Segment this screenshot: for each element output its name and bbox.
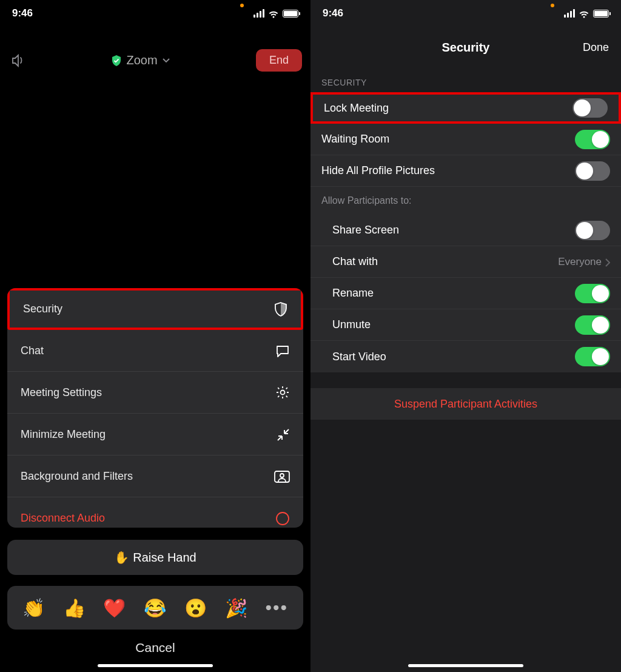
nav-title: Security bbox=[442, 41, 490, 55]
status-icons bbox=[253, 8, 298, 19]
suspend-label: Suspend Participant Activities bbox=[394, 398, 537, 411]
cell-lock-meeting[interactable]: Lock Meeting bbox=[310, 92, 621, 124]
cell-hide-pictures[interactable]: Hide All Profile Pictures bbox=[310, 155, 621, 187]
menu-chat-label: Chat bbox=[21, 344, 44, 357]
done-button[interactable]: Done bbox=[583, 41, 609, 54]
reaction-row: 👏 👍 ❤️ 😂 😮 🎉 ••• bbox=[7, 586, 303, 630]
suspend-activities-button[interactable]: Suspend Participant Activities bbox=[310, 388, 621, 420]
status-time: 9:46 bbox=[323, 7, 343, 19]
cell-share-label: Share Screen bbox=[321, 224, 399, 237]
more-menu-list: Security Chat Meeting Settings Minimize … bbox=[7, 288, 303, 528]
toggle-unmute[interactable] bbox=[575, 315, 610, 335]
chevron-right-icon bbox=[605, 257, 610, 267]
battery-icon bbox=[283, 10, 298, 18]
status-bar: 9:46 bbox=[310, 0, 621, 27]
reaction-heart[interactable]: ❤️ bbox=[103, 597, 126, 619]
battery-icon bbox=[593, 10, 609, 18]
section-header-security: SECURITY bbox=[310, 64, 621, 92]
gear-icon bbox=[275, 385, 290, 400]
menu-settings[interactable]: Meeting Settings bbox=[7, 372, 303, 414]
cell-unmute[interactable]: Unmute bbox=[310, 309, 621, 341]
reaction-more-icon[interactable]: ••• bbox=[266, 597, 289, 618]
raise-hand-label: Raise Hand bbox=[133, 551, 196, 565]
chat-icon bbox=[275, 343, 290, 358]
chat-with-value-text: Everyone bbox=[558, 256, 602, 268]
security-settings-group: Lock Meeting Waiting Room Hide All Profi… bbox=[310, 92, 621, 372]
svg-point-2 bbox=[280, 474, 284, 477]
cancel-button[interactable]: Cancel bbox=[7, 630, 303, 661]
menu-background[interactable]: Background and Filters bbox=[7, 455, 303, 497]
menu-minimize[interactable]: Minimize Meeting bbox=[7, 414, 303, 455]
action-sheet: Security Chat Meeting Settings Minimize … bbox=[7, 288, 303, 661]
menu-settings-label: Meeting Settings bbox=[21, 386, 102, 399]
shield-check-icon bbox=[112, 54, 121, 66]
cell-lock-label: Lock Meeting bbox=[324, 102, 389, 115]
meeting-title-text: Zoom bbox=[126, 53, 157, 67]
cell-hide-label: Hide All Profile Pictures bbox=[321, 164, 435, 177]
menu-security[interactable]: Security bbox=[7, 288, 303, 330]
reaction-laugh[interactable]: 😂 bbox=[144, 597, 166, 619]
raise-hand-button[interactable]: ✋ Raise Hand bbox=[7, 540, 303, 575]
zoom-header: Zoom End bbox=[0, 39, 310, 81]
menu-minimize-label: Minimize Meeting bbox=[21, 428, 106, 441]
wifi-icon bbox=[268, 8, 279, 19]
reaction-tada[interactable]: 🎉 bbox=[225, 597, 247, 619]
cell-waiting-label: Waiting Room bbox=[321, 133, 389, 146]
cell-chat-with[interactable]: Chat with Everyone bbox=[310, 246, 621, 278]
raise-hand-emoji-icon: ✋ bbox=[114, 550, 129, 565]
status-bar: 9:46 bbox=[0, 0, 310, 27]
toggle-start-video[interactable] bbox=[575, 347, 610, 366]
cell-startvideo-label: Start Video bbox=[321, 351, 386, 363]
cellular-signal-icon bbox=[564, 9, 575, 18]
cellular-signal-icon bbox=[253, 9, 264, 18]
done-label: Done bbox=[583, 41, 609, 53]
home-indicator bbox=[408, 664, 523, 667]
menu-background-label: Background and Filters bbox=[21, 470, 133, 483]
left-screenshot: 9:46 Zoom End Security bbox=[0, 0, 310, 672]
toggle-hide-pictures[interactable] bbox=[575, 161, 610, 181]
toggle-waiting-room[interactable] bbox=[575, 130, 610, 149]
end-button[interactable]: End bbox=[256, 49, 302, 72]
toggle-share-screen[interactable] bbox=[575, 221, 610, 240]
status-icons bbox=[564, 8, 609, 19]
svg-rect-1 bbox=[275, 471, 289, 482]
svg-point-0 bbox=[281, 391, 285, 395]
menu-chat[interactable]: Chat bbox=[7, 330, 303, 372]
recording-dot-icon bbox=[551, 4, 554, 7]
chat-with-value: Everyone bbox=[558, 256, 610, 268]
menu-disconnect-label: Disconnect Audio bbox=[21, 512, 105, 525]
reaction-thumbsup[interactable]: 👍 bbox=[63, 597, 86, 619]
nav-bar: Security Done bbox=[310, 30, 621, 64]
cell-start-video[interactable]: Start Video bbox=[310, 341, 621, 372]
disconnect-icon bbox=[275, 511, 290, 526]
cell-waiting-room[interactable]: Waiting Room bbox=[310, 124, 621, 155]
home-indicator bbox=[98, 664, 213, 667]
reaction-wow[interactable]: 😮 bbox=[184, 597, 207, 619]
right-screenshot: 9:46 Security Done SECURITY Lock Meeting… bbox=[310, 0, 621, 672]
meeting-title[interactable]: Zoom bbox=[112, 53, 169, 67]
wifi-icon bbox=[579, 8, 589, 19]
cell-share-screen[interactable]: Share Screen bbox=[310, 215, 621, 246]
recording-dot-icon bbox=[240, 4, 244, 7]
cancel-label: Cancel bbox=[135, 640, 175, 654]
toggle-rename[interactable] bbox=[575, 284, 610, 303]
end-button-label: End bbox=[269, 54, 289, 66]
cell-rename-label: Rename bbox=[321, 287, 374, 300]
person-rect-icon bbox=[274, 469, 290, 483]
toggle-lock-meeting[interactable] bbox=[572, 98, 608, 118]
minimize-icon bbox=[277, 427, 290, 442]
cell-unmute-label: Unmute bbox=[321, 318, 371, 331]
cell-rename[interactable]: Rename bbox=[310, 278, 621, 309]
menu-disconnect-audio[interactable]: Disconnect Audio bbox=[7, 497, 303, 528]
shield-icon bbox=[274, 301, 287, 317]
allow-participants-label: Allow Participants to: bbox=[310, 187, 621, 215]
cell-chatwith-label: Chat with bbox=[321, 255, 378, 268]
svg-point-3 bbox=[277, 512, 289, 525]
chevron-down-icon bbox=[163, 56, 170, 64]
status-time: 9:46 bbox=[12, 7, 33, 19]
speaker-icon[interactable] bbox=[11, 52, 25, 68]
reaction-clap[interactable]: 👏 bbox=[22, 597, 45, 619]
menu-security-label: Security bbox=[23, 303, 62, 315]
